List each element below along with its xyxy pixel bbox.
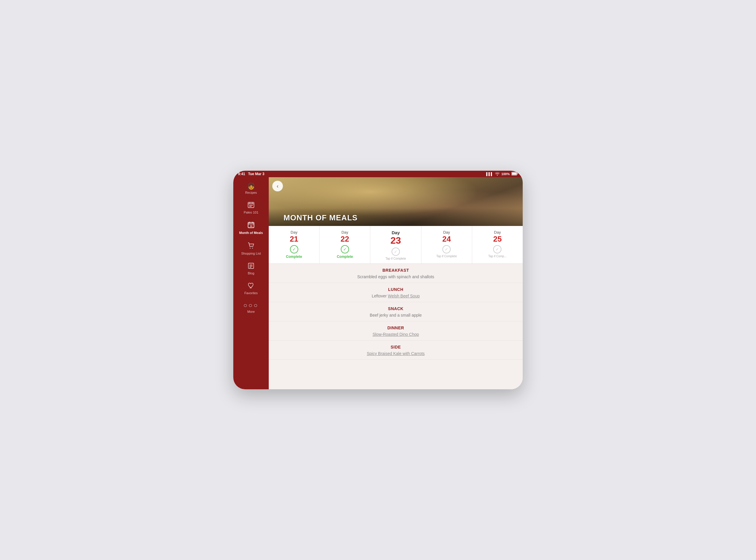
time-display: 9:41 (238, 172, 245, 176)
lunch-description: Leftover Welsh Beef Soup (274, 294, 517, 298)
snack-type-label: SNACK (274, 306, 517, 311)
day-number-22: 22 (341, 235, 349, 243)
wifi-icon (495, 172, 500, 176)
status-bar: 9:41 Tue Mar 3 ▌▌▌ 100% (233, 171, 523, 177)
tap-text-23: Tap if Complete (385, 257, 406, 260)
day-number-24: 24 (442, 235, 451, 243)
tap-text-25: Tap if Comp... (488, 255, 507, 258)
complete-icon-22: ✓ (341, 245, 349, 254)
sidebar-label-recipes: Recipes (245, 191, 257, 195)
snack-section: SNACK Beef jerky and a small apple (269, 302, 523, 321)
day-label-25: Day (494, 230, 501, 235)
signal-icon: ▌▌▌ (486, 172, 493, 176)
battery-display: 100% (502, 172, 510, 176)
sidebar-label-favorites: Favorites (244, 291, 258, 295)
day-col-25[interactable]: Day 25 ✓ Tap if Comp... (472, 226, 523, 263)
svg-rect-1 (517, 173, 518, 175)
tap-icon-24: ✓ (442, 245, 451, 254)
svg-rect-2 (512, 173, 516, 175)
paleo-icon (247, 202, 254, 209)
tap-icon-25: ✓ (493, 245, 502, 254)
svg-text:30: 30 (250, 225, 252, 227)
sidebar-label-paleo: Paleo 101 (244, 211, 259, 215)
sidebar-label-more: More (247, 310, 254, 314)
favorites-icon (247, 282, 254, 290)
svg-rect-3 (248, 202, 254, 208)
tap-text-24: Tap if Complete (436, 255, 456, 258)
day-col-23[interactable]: Day 23 ✓ Tap if Complete (370, 226, 421, 263)
meal-list: BREAKFAST Scrambled eggs with spinach an… (269, 264, 523, 389)
complete-icon-21: ✓ (290, 245, 298, 254)
sidebar-label-blog: Blog (248, 272, 254, 275)
back-button[interactable]: ‹ (272, 181, 283, 192)
blog-icon (248, 263, 254, 270)
sidebar-item-month-of-meals[interactable]: 30 Month of Meals (233, 219, 269, 238)
braised-kale-link[interactable]: Spicy Braised Kale with Carrots (367, 351, 425, 356)
sidebar-item-blog[interactable]: Blog (233, 260, 269, 278)
battery-icon (511, 172, 518, 176)
day-label-23: Day (392, 230, 400, 235)
side-type-label: SIDE (274, 345, 517, 349)
status-time: 9:41 Tue Mar 3 (238, 172, 264, 176)
day-number-23: 23 (390, 236, 401, 245)
day-number-21: 21 (290, 235, 298, 243)
recipes-icon (247, 183, 255, 189)
sidebar-item-more[interactable]: ○○○ More (233, 299, 269, 317)
lunch-section: LUNCH Leftover Welsh Beef Soup (269, 283, 523, 302)
side-section: SIDE Spicy Braised Kale with Carrots (269, 341, 523, 360)
sidebar-item-favorites[interactable]: Favorites (233, 279, 269, 298)
status-indicators: ▌▌▌ 100% (486, 172, 518, 176)
sidebar-label-month-of-meals: Month of Meals (239, 231, 263, 235)
day-col-24[interactable]: Day 24 ✓ Tap if Complete (422, 226, 472, 263)
sidebar: Recipes Paleo 101 (233, 177, 269, 389)
dinner-section: DINNER Slow-Roasted Dino Chop (269, 321, 523, 341)
complete-text-22: Complete (336, 255, 353, 259)
dinner-description: Slow-Roasted Dino Chop (274, 332, 517, 337)
svg-point-7 (252, 247, 253, 248)
breakfast-type-label: BREAKFAST (274, 268, 517, 273)
day-col-22[interactable]: Day 22 ✓ Complete (320, 226, 370, 263)
device-frame: 9:41 Tue Mar 3 ▌▌▌ 100% (233, 171, 523, 389)
side-description: Spicy Braised Kale with Carrots (274, 351, 517, 356)
breakfast-section: BREAKFAST Scrambled eggs with spinach an… (269, 264, 523, 283)
dinner-type-label: DINNER (274, 325, 517, 330)
day-label-21: Day (291, 230, 298, 235)
breakfast-description: Scrambled eggs with spinach and shallots (274, 274, 517, 279)
calendar-icon: 30 (247, 221, 254, 230)
sidebar-item-recipes[interactable]: Recipes (233, 180, 269, 198)
sidebar-item-paleo101[interactable]: Paleo 101 (233, 199, 269, 217)
hero-title: MONTH OF MEALS (284, 213, 357, 222)
main-content: ‹ MONTH OF MEALS Day 21 ✓ Complete Day 2… (269, 177, 523, 389)
sidebar-label-shopping: Shopping List (241, 252, 261, 256)
more-icon: ○○○ (243, 302, 259, 309)
day-number-25: 25 (493, 235, 502, 243)
tap-icon-23: ✓ (392, 247, 400, 256)
sidebar-item-shopping-list[interactable]: Shopping List (233, 239, 269, 258)
cart-icon (247, 242, 254, 251)
date-display: Tue Mar 3 (248, 172, 264, 176)
days-row: Day 21 ✓ Complete Day 22 ✓ Complete Day … (269, 226, 523, 264)
svg-point-6 (250, 247, 251, 248)
snack-description: Beef jerky and a small apple (274, 313, 517, 318)
svg-rect-8 (248, 263, 254, 268)
dino-chop-link[interactable]: Slow-Roasted Dino Chop (372, 332, 419, 337)
complete-text-21: Complete (286, 255, 302, 259)
hero-section: ‹ MONTH OF MEALS (269, 177, 523, 226)
day-label-22: Day (341, 230, 348, 235)
day-label-24: Day (443, 230, 450, 235)
welsh-beef-soup-link[interactable]: Welsh Beef Soup (388, 294, 420, 298)
lunch-type-label: LUNCH (274, 287, 517, 292)
app-body: Recipes Paleo 101 (233, 177, 523, 389)
day-col-21[interactable]: Day 21 ✓ Complete (269, 226, 320, 263)
